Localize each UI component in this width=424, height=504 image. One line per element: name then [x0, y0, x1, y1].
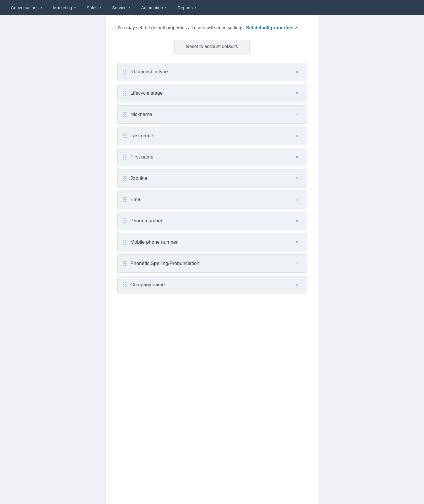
drag-dot [125, 180, 126, 181]
drag-handle-first-name[interactable] [123, 154, 126, 160]
drag-dot [123, 178, 124, 179]
drag-dot [125, 93, 126, 94]
remove-button-mobile-phone-number[interactable]: × [293, 238, 301, 246]
drag-handle-phone-number[interactable] [123, 218, 126, 224]
nav-item-conversations[interactable]: Conversations▼ [7, 3, 47, 12]
drag-dot [123, 137, 124, 138]
drag-handle-row-top [123, 154, 126, 156]
property-item-mobile-phone-number[interactable]: Mobile phone number × [117, 233, 307, 251]
drag-dot [123, 218, 124, 219]
property-item-relationship-type[interactable]: Relationship type × [117, 63, 307, 81]
property-left-job-title: Job title [123, 175, 147, 181]
remove-button-job-title[interactable]: × [293, 175, 301, 182]
drag-handle-nickname[interactable] [123, 112, 126, 117]
drag-dot [125, 154, 126, 156]
remove-button-nickname[interactable]: × [293, 111, 301, 118]
remove-button-email[interactable]: × [293, 196, 301, 203]
drag-dot [123, 244, 124, 245]
nav-item-marketing[interactable]: Marketing▼ [49, 3, 80, 12]
chevron-down-icon: ▼ [128, 6, 131, 9]
property-left-phone-number: Phone number [123, 218, 163, 224]
external-link-icon: ↗ [294, 26, 297, 30]
drag-handle-email[interactable] [123, 197, 126, 202]
remove-button-first-name[interactable]: × [293, 153, 301, 161]
drag-dot [125, 197, 126, 198]
remove-button-relationship-type[interactable]: × [293, 68, 301, 76]
drag-dot [125, 201, 126, 202]
nav-item-reports[interactable]: Reports▼ [174, 3, 201, 12]
drag-handle-row-bottom [123, 116, 126, 117]
drag-dot [123, 116, 124, 117]
set-defaults-link[interactable]: Set default properties↗ [246, 25, 297, 30]
property-item-lifecycle-stage[interactable]: Lifecycle stage × [117, 84, 307, 102]
drag-handle-row-top [123, 282, 126, 283]
drag-dot [123, 180, 124, 181]
drag-dot [123, 199, 124, 200]
remove-button-phonetic-spelling[interactable]: × [293, 260, 301, 267]
drag-dot [123, 201, 124, 202]
drag-handle-mobile-phone-number[interactable] [123, 240, 126, 245]
drag-handle-row-middle [123, 156, 126, 158]
drag-handle-phonetic-spelling[interactable] [123, 261, 126, 266]
drag-dot [125, 261, 126, 262]
property-left-email: Email [123, 197, 143, 203]
remove-button-company-name[interactable]: × [293, 281, 301, 289]
drag-handle-row-bottom [123, 286, 126, 287]
drag-handle-row-top [123, 91, 126, 92]
drag-dot [123, 261, 124, 262]
drag-dot [125, 218, 126, 219]
nav-item-sales[interactable]: Sales▼ [83, 3, 106, 12]
drag-dot [125, 265, 126, 266]
drag-dot [123, 156, 124, 158]
content-panel: You may set the default properties all u… [106, 15, 319, 504]
drag-dot [125, 95, 126, 96]
property-item-phone-number[interactable]: Phone number × [117, 212, 307, 230]
remove-button-phone-number[interactable]: × [293, 217, 301, 225]
drag-dot [123, 71, 124, 72]
drag-handle-row-middle [123, 199, 126, 200]
drag-dot [125, 71, 126, 72]
property-item-last-name[interactable]: Last name × [117, 127, 307, 145]
remove-button-lifecycle-stage[interactable]: × [293, 89, 301, 97]
property-left-first-name: First name [123, 154, 154, 160]
drag-dot [125, 116, 126, 117]
property-label-relationship-type: Relationship type [131, 69, 168, 75]
reset-to-defaults-button[interactable]: Reset to account defaults [174, 40, 250, 54]
drag-dot [125, 222, 126, 224]
drag-dot [123, 114, 124, 115]
property-item-phonetic-spelling[interactable]: Phonetic Spelling/Pronunciation × [117, 254, 307, 273]
property-label-nickname: Nickname [131, 112, 152, 117]
drag-handle-company-name[interactable] [123, 282, 126, 287]
drag-dot [125, 282, 126, 283]
drag-handle-row-top [123, 197, 126, 198]
property-item-email[interactable]: Email × [117, 190, 307, 209]
property-item-company-name[interactable]: Company name × [117, 276, 307, 294]
property-label-mobile-phone-number: Mobile phone number [131, 239, 178, 245]
drag-dot [125, 156, 126, 158]
property-item-nickname[interactable]: Nickname × [117, 105, 307, 124]
chevron-down-icon: ▼ [194, 6, 197, 9]
property-item-first-name[interactable]: First name × [117, 148, 307, 166]
property-label-phone-number: Phone number [131, 218, 163, 224]
drag-handle-row-middle [123, 93, 126, 94]
property-item-job-title[interactable]: Job title × [117, 169, 307, 188]
nav-item-service[interactable]: Service▼ [108, 3, 135, 12]
drag-handle-relationship-type[interactable] [123, 69, 126, 75]
drag-handle-lifecycle-stage[interactable] [123, 91, 126, 96]
intro-text: You may set the default properties all u… [117, 25, 245, 30]
drag-dot [125, 284, 126, 285]
property-left-company-name: Company name [123, 282, 165, 288]
nav-item-automation[interactable]: Automation▼ [137, 3, 171, 12]
remove-button-last-name[interactable]: × [293, 132, 301, 140]
drag-handle-last-name[interactable] [123, 133, 126, 138]
chevron-down-icon: ▼ [164, 6, 167, 9]
property-label-lifecycle-stage: Lifecycle stage [131, 90, 163, 96]
intro-paragraph: You may set the default properties all u… [117, 24, 307, 32]
drag-dot [125, 159, 126, 160]
property-left-lifecycle-stage: Lifecycle stage [123, 90, 163, 96]
drag-handle-job-title[interactable] [123, 176, 126, 181]
drag-handle-row-middle [123, 263, 126, 264]
drag-dot [125, 263, 126, 264]
drag-dot [125, 220, 126, 222]
drag-handle-row-bottom [123, 265, 126, 266]
